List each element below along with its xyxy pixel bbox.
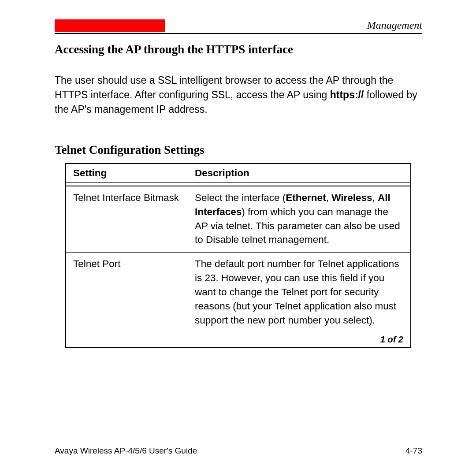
cell-description: Select the interface (Ethernet, Wireless… (188, 186, 411, 253)
document-page: Management Accessing the AP through the … (0, 0, 476, 476)
table-row: Telnet Port The default port number for … (66, 253, 411, 333)
para-bold-https: https:// (330, 89, 364, 100)
footer-guide-title: Avaya Wireless AP-4/5/6 User's Guide (55, 446, 197, 456)
https-access-paragraph: The user should use a SSL intelligent br… (55, 73, 422, 117)
page-footer: Avaya Wireless AP-4/5/6 User's Guide 4-7… (55, 446, 422, 456)
table-pager-row: 1 of 2 (66, 333, 411, 348)
footer-page-number: 4-73 (405, 446, 422, 456)
table-header-setting: Setting (66, 164, 188, 183)
header-section-label: Management (165, 19, 422, 31)
heading-https-access: Accessing the AP through the HTTPS inter… (55, 43, 422, 56)
telnet-settings-table: Setting Description Telnet Interface Bit… (65, 163, 411, 348)
table-row: Telnet Interface Bitmask Select the inte… (66, 186, 411, 253)
cell-setting: Telnet Port (66, 253, 188, 333)
table-spacer (66, 182, 411, 186)
cell-setting: Telnet Interface Bitmask (66, 186, 188, 253)
page-header: Management (55, 19, 422, 34)
cell-description: The default port number for Telnet appli… (188, 253, 411, 333)
header-red-block (55, 19, 165, 32)
heading-telnet-config: Telnet Configuration Settings (55, 143, 422, 157)
table-pager: 1 of 2 (66, 333, 411, 348)
table-header-row: Setting Description (66, 164, 411, 183)
table-header-description: Description (188, 164, 411, 183)
